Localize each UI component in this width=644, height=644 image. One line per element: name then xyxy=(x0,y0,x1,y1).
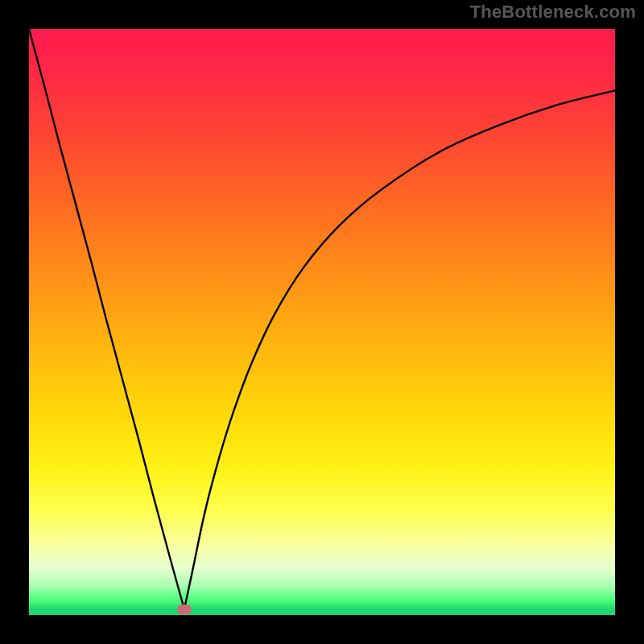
chart-frame: TheBottleneck.com xyxy=(0,0,644,644)
watermark-text: TheBottleneck.com xyxy=(470,2,636,23)
plot-area xyxy=(29,29,615,615)
bottleneck-curve xyxy=(29,29,615,615)
optimal-point-marker xyxy=(177,605,192,614)
